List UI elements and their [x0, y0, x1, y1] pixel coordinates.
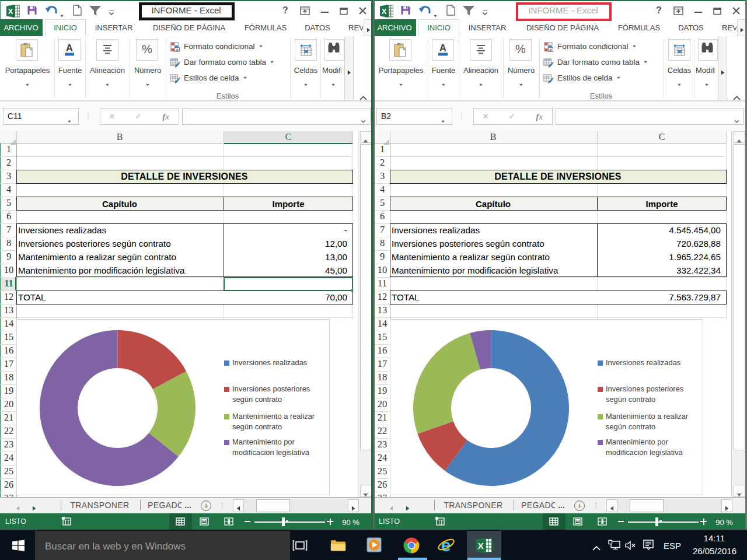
- svg-text:A: A: [66, 43, 73, 54]
- svg-text:≠: ≠: [549, 47, 551, 52]
- svg-text:A: A: [439, 43, 446, 54]
- svg-text:%: %: [515, 44, 526, 55]
- svg-text:e: e: [441, 536, 451, 554]
- svg-text:≠: ≠: [176, 47, 178, 52]
- svg-text:X: X: [478, 541, 484, 551]
- svg-text:%: %: [142, 44, 152, 55]
- svg-text:X: X: [382, 7, 387, 16]
- svg-text:X: X: [8, 7, 13, 16]
